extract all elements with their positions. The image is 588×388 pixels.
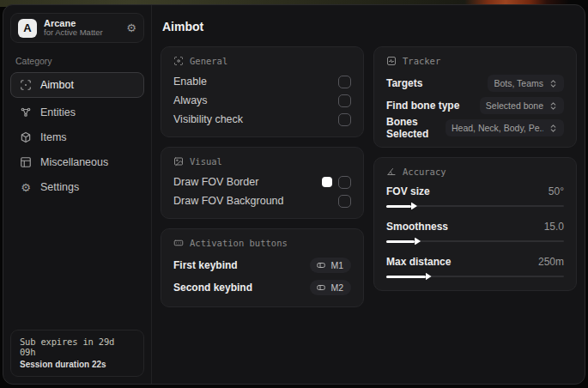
- slider-thumb[interactable]: [411, 203, 417, 210]
- toggle-row-visibility-check: Visibility check: [173, 110, 351, 129]
- first-keybind-button[interactable]: M1: [310, 258, 351, 273]
- select-value: Bots, Teams: [494, 78, 543, 88]
- visibility-check-checkbox[interactable]: [338, 113, 351, 126]
- fov-background-checkbox[interactable]: [338, 195, 351, 208]
- enable-checkbox[interactable]: [338, 76, 351, 88]
- page-title: Aimbot: [162, 20, 577, 33]
- unfold-icon: [549, 79, 558, 88]
- toggle-label: Enable: [173, 76, 207, 88]
- brand-subtitle: for Active Matter: [44, 28, 103, 38]
- panel-activation-buttons: Activation buttons First keybind M1 Seco…: [161, 228, 364, 307]
- select-row-find-bone-type: Find bone type Selected bone: [386, 94, 564, 117]
- targets-select[interactable]: Bots, Teams: [488, 75, 564, 92]
- visual-icon: [173, 156, 184, 167]
- slider-row-smoothness: Smoothness 15.0: [386, 218, 564, 246]
- slider-thumb[interactable]: [426, 273, 432, 281]
- slider-label: Max distance: [386, 256, 451, 268]
- select-row-bones-selected: Bones Selected Head, Neck, Body, Pe..: [386, 117, 564, 139]
- slider-label: FOV size: [386, 185, 430, 197]
- panel-tracker: Tracker Targets Bots, Teams Find bone ty…: [373, 46, 577, 148]
- always-checkbox[interactable]: [338, 94, 351, 107]
- accuracy-angle-icon: [386, 167, 397, 177]
- keybind-value: M1: [330, 260, 343, 270]
- select-label: Bones Selected: [386, 116, 446, 140]
- slider-label: Smoothness: [386, 221, 448, 233]
- fov-size-slider[interactable]: [386, 202, 564, 210]
- slider-row-fov-size: FOV size 50°: [386, 183, 564, 210]
- select-value: Head, Neck, Body, Pe..: [452, 123, 543, 133]
- slider-thumb[interactable]: [415, 238, 421, 246]
- aimbot-scan-icon: [20, 79, 32, 91]
- arcane-menu-window: A Arcane for Active Matter ⚙ Category Ai…: [3, 4, 585, 385]
- sidebar-item-label: Items: [40, 131, 67, 143]
- sidebar-item-settings[interactable]: ⚙ Settings: [10, 175, 144, 199]
- slider-value: 250m: [538, 256, 564, 268]
- panel-title: Visual: [190, 156, 222, 167]
- bones-selected-select[interactable]: Head, Neck, Body, Pe..: [446, 119, 564, 136]
- sidebar-item-entities[interactable]: Entities: [10, 100, 144, 124]
- sidebar-item-items[interactable]: Items: [10, 125, 144, 149]
- panel-title: Activation buttons: [190, 238, 288, 248]
- fov-border-color-swatch[interactable]: [322, 177, 332, 187]
- sidebar-item-miscellaneous[interactable]: Miscellaneous: [10, 150, 144, 174]
- select-value: Selected bone: [486, 100, 543, 111]
- arcane-logo: A: [18, 19, 37, 38]
- max-distance-slider[interactable]: [386, 272, 564, 281]
- mouse-icon: [316, 282, 326, 293]
- toggle-label: Always: [173, 94, 208, 106]
- smoothness-slider[interactable]: [386, 237, 564, 246]
- sidebar-item-label: Aimbot: [40, 79, 74, 91]
- select-label: Targets: [386, 77, 422, 89]
- unfold-icon: [549, 124, 558, 133]
- select-label: Find bone type: [386, 100, 459, 112]
- keybind-value: M2: [330, 282, 343, 293]
- slider-value: 15.0: [544, 221, 564, 233]
- select-row-targets: Targets Bots, Teams: [386, 72, 564, 94]
- brand-card: A Arcane for Active Matter ⚙: [10, 13, 144, 43]
- sidebar-item-label: Miscellaneous: [40, 156, 108, 168]
- fov-border-checkbox[interactable]: [338, 176, 351, 189]
- sidebar-item-aimbot[interactable]: Aimbot: [10, 72, 144, 98]
- session-duration-text: Session duration 22s: [20, 360, 135, 369]
- toggle-row-always: Always: [173, 91, 351, 110]
- tracker-icon: [386, 56, 397, 66]
- entities-icon: [20, 106, 32, 118]
- toggle-row-enable: Enable: [173, 72, 351, 91]
- category-label: Category: [15, 56, 139, 66]
- gear-icon[interactable]: ⚙: [126, 21, 136, 34]
- sidebar-item-label: Settings: [40, 181, 79, 193]
- keybind-row-second: Second keybind M2: [173, 276, 351, 299]
- slider-value: 50°: [549, 185, 564, 197]
- toggle-label: Visibility check: [173, 113, 243, 125]
- slider-row-max-distance: Max distance 250m: [386, 253, 564, 281]
- keybind-label: First keybind: [173, 259, 238, 271]
- toggle-label: Draw FOV Border: [173, 176, 258, 188]
- sidebar-item-label: Entities: [40, 106, 76, 118]
- keybind-row-first: First keybind M1: [173, 254, 351, 276]
- toggle-row-fov-background: Draw FOV Background: [173, 191, 351, 210]
- activation-icon: [173, 238, 184, 248]
- unfold-icon: [549, 101, 558, 111]
- main-content: Aimbot General Enable: [152, 5, 585, 384]
- mouse-icon: [316, 260, 326, 270]
- subscription-card: Sub expires in 29d 09h Session duration …: [10, 330, 144, 377]
- panel-title: Accuracy: [403, 167, 446, 177]
- toggle-label: Draw FOV Background: [173, 195, 284, 207]
- panel-title: General: [190, 56, 227, 66]
- panel-visual: Visual Draw FOV Border Draw FOV Backgrou…: [161, 147, 364, 219]
- second-keybind-button[interactable]: M2: [310, 280, 351, 295]
- settings-gear-icon: ⚙: [20, 181, 32, 193]
- find-bone-type-select[interactable]: Selected bone: [480, 97, 564, 114]
- miscellaneous-icon: [20, 156, 32, 168]
- panel-title: Tracker: [403, 56, 440, 66]
- sidebar-nav: Aimbot Entities Items: [10, 72, 144, 199]
- general-icon: [173, 56, 184, 66]
- panel-general: General Enable Always Visibility check: [161, 46, 364, 137]
- sidebar: A Arcane for Active Matter ⚙ Category Ai…: [3, 5, 152, 384]
- panel-accuracy: Accuracy FOV size 50°: [373, 157, 577, 291]
- sub-expires-text: Sub expires in 29d 09h: [20, 336, 135, 357]
- keybind-label: Second keybind: [173, 282, 252, 294]
- toggle-row-fov-border: Draw FOV Border: [173, 173, 351, 191]
- items-cube-icon: [20, 131, 32, 143]
